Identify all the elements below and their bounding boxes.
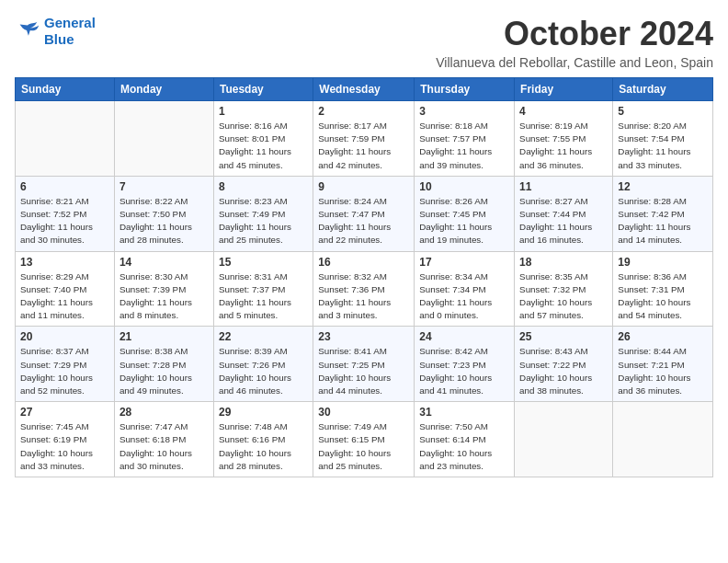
logo: General Blue [15, 15, 96, 48]
calendar-cell: 10Sunrise: 8:26 AM Sunset: 7:45 PM Dayli… [415, 176, 515, 251]
weekday-monday: Monday [114, 78, 213, 101]
calendar-header: SundayMondayTuesdayWednesdayThursdayFrid… [16, 78, 713, 101]
day-number: 12 [618, 180, 708, 193]
day-number: 4 [519, 105, 608, 118]
day-number: 15 [219, 256, 308, 269]
day-number: 28 [119, 406, 209, 419]
calendar-cell: 17Sunrise: 8:34 AM Sunset: 7:34 PM Dayli… [415, 251, 515, 327]
calendar-cell: 23Sunrise: 8:41 AM Sunset: 7:25 PM Dayli… [313, 327, 415, 402]
calendar-week-1: 1Sunrise: 8:16 AM Sunset: 8:01 PM Daylig… [16, 101, 713, 177]
day-info: Sunrise: 7:49 AM Sunset: 6:15 PM Dayligh… [318, 420, 409, 473]
day-info: Sunrise: 7:50 AM Sunset: 6:14 PM Dayligh… [419, 420, 509, 473]
calendar-cell: 5Sunrise: 8:20 AM Sunset: 7:54 PM Daylig… [613, 101, 713, 177]
day-info: Sunrise: 8:29 AM Sunset: 7:40 PM Dayligh… [20, 270, 109, 323]
day-info: Sunrise: 8:41 AM Sunset: 7:25 PM Dayligh… [318, 345, 409, 397]
calendar-cell: 24Sunrise: 8:42 AM Sunset: 7:23 PM Dayli… [415, 327, 515, 402]
calendar-cell: 29Sunrise: 7:48 AM Sunset: 6:16 PM Dayli… [213, 402, 313, 477]
calendar-cell: 25Sunrise: 8:43 AM Sunset: 7:22 PM Dayli… [515, 327, 613, 402]
day-info: Sunrise: 8:21 AM Sunset: 7:52 PM Dayligh… [20, 195, 109, 247]
calendar-week-2: 6Sunrise: 8:21 AM Sunset: 7:52 PM Daylig… [16, 176, 713, 251]
day-number: 11 [519, 180, 608, 193]
logo-text: General Blue [44, 15, 96, 48]
day-number: 19 [618, 256, 708, 269]
day-info: Sunrise: 8:32 AM Sunset: 7:36 PM Dayligh… [318, 270, 409, 323]
day-number: 8 [219, 180, 308, 193]
calendar-cell: 14Sunrise: 8:30 AM Sunset: 7:39 PM Dayli… [114, 251, 213, 327]
day-number: 3 [419, 105, 509, 118]
calendar-cell: 2Sunrise: 8:17 AM Sunset: 7:59 PM Daylig… [313, 101, 415, 177]
calendar-cell: 4Sunrise: 8:19 AM Sunset: 7:55 PM Daylig… [515, 101, 613, 177]
day-number: 9 [318, 180, 409, 193]
day-number: 30 [318, 406, 409, 419]
day-number: 21 [119, 330, 209, 343]
day-number: 20 [20, 330, 109, 343]
calendar-cell: 1Sunrise: 8:16 AM Sunset: 8:01 PM Daylig… [213, 101, 313, 177]
weekday-tuesday: Tuesday [213, 78, 313, 101]
day-info: Sunrise: 8:23 AM Sunset: 7:49 PM Dayligh… [219, 195, 308, 247]
day-number: 1 [219, 105, 308, 118]
logo-line1: General [44, 15, 96, 30]
day-number: 5 [618, 105, 708, 118]
day-info: Sunrise: 8:43 AM Sunset: 7:22 PM Dayligh… [519, 345, 608, 397]
weekday-wednesday: Wednesday [313, 78, 415, 101]
location: Villanueva del Rebollar, Castille and Le… [436, 55, 713, 70]
calendar-week-4: 20Sunrise: 8:37 AM Sunset: 7:29 PM Dayli… [16, 327, 713, 402]
day-info: Sunrise: 8:22 AM Sunset: 7:50 PM Dayligh… [119, 195, 209, 247]
day-info: Sunrise: 8:35 AM Sunset: 7:32 PM Dayligh… [519, 270, 608, 323]
day-number: 18 [519, 256, 608, 269]
day-number: 14 [119, 256, 209, 269]
day-info: Sunrise: 7:48 AM Sunset: 6:16 PM Dayligh… [219, 420, 308, 473]
calendar-cell: 30Sunrise: 7:49 AM Sunset: 6:15 PM Dayli… [313, 402, 415, 477]
calendar-cell: 21Sunrise: 8:38 AM Sunset: 7:28 PM Dayli… [114, 327, 213, 402]
day-info: Sunrise: 8:16 AM Sunset: 8:01 PM Dayligh… [219, 120, 308, 172]
day-number: 7 [119, 180, 209, 193]
calendar-body: 1Sunrise: 8:16 AM Sunset: 8:01 PM Daylig… [16, 101, 713, 477]
day-info: Sunrise: 8:17 AM Sunset: 7:59 PM Dayligh… [318, 120, 409, 172]
day-number: 17 [419, 256, 509, 269]
calendar-cell: 3Sunrise: 8:18 AM Sunset: 7:57 PM Daylig… [415, 101, 515, 177]
logo-line2: Blue [44, 31, 74, 47]
day-info: Sunrise: 8:42 AM Sunset: 7:23 PM Dayligh… [419, 345, 509, 397]
day-info: Sunrise: 8:18 AM Sunset: 7:57 PM Dayligh… [419, 120, 509, 172]
month-title: October 2024 [436, 15, 713, 53]
calendar-cell: 31Sunrise: 7:50 AM Sunset: 6:14 PM Dayli… [415, 402, 515, 477]
day-info: Sunrise: 8:30 AM Sunset: 7:39 PM Dayligh… [119, 270, 209, 323]
day-info: Sunrise: 8:20 AM Sunset: 7:54 PM Dayligh… [618, 120, 708, 172]
day-info: Sunrise: 8:24 AM Sunset: 7:47 PM Dayligh… [318, 195, 409, 247]
day-info: Sunrise: 8:27 AM Sunset: 7:44 PM Dayligh… [519, 195, 608, 247]
calendar-cell: 6Sunrise: 8:21 AM Sunset: 7:52 PM Daylig… [16, 176, 115, 251]
day-number: 24 [419, 330, 509, 343]
day-info: Sunrise: 8:36 AM Sunset: 7:31 PM Dayligh… [618, 270, 708, 323]
calendar-week-5: 27Sunrise: 7:45 AM Sunset: 6:19 PM Dayli… [16, 402, 713, 477]
calendar-cell: 11Sunrise: 8:27 AM Sunset: 7:44 PM Dayli… [515, 176, 613, 251]
weekday-header-row: SundayMondayTuesdayWednesdayThursdayFrid… [16, 78, 713, 101]
day-info: Sunrise: 8:28 AM Sunset: 7:42 PM Dayligh… [618, 195, 708, 247]
day-number: 25 [519, 330, 608, 343]
day-info: Sunrise: 8:38 AM Sunset: 7:28 PM Dayligh… [119, 345, 209, 397]
day-info: Sunrise: 8:34 AM Sunset: 7:34 PM Dayligh… [419, 270, 509, 323]
day-info: Sunrise: 8:37 AM Sunset: 7:29 PM Dayligh… [20, 345, 109, 397]
calendar-cell [613, 402, 713, 477]
day-info: Sunrise: 8:44 AM Sunset: 7:21 PM Dayligh… [618, 345, 708, 397]
calendar-cell: 22Sunrise: 8:39 AM Sunset: 7:26 PM Dayli… [213, 327, 313, 402]
calendar-cell: 28Sunrise: 7:47 AM Sunset: 6:18 PM Dayli… [114, 402, 213, 477]
calendar-cell [114, 101, 213, 177]
day-info: Sunrise: 8:26 AM Sunset: 7:45 PM Dayligh… [419, 195, 509, 247]
weekday-friday: Friday [515, 78, 613, 101]
day-number: 31 [419, 406, 509, 419]
calendar-cell: 15Sunrise: 8:31 AM Sunset: 7:37 PM Dayli… [213, 251, 313, 327]
day-number: 10 [419, 180, 509, 193]
day-info: Sunrise: 7:45 AM Sunset: 6:19 PM Dayligh… [20, 420, 109, 473]
weekday-saturday: Saturday [613, 78, 713, 101]
calendar-cell: 9Sunrise: 8:24 AM Sunset: 7:47 PM Daylig… [313, 176, 415, 251]
title-block: October 2024 Villanueva del Rebollar, Ca… [436, 15, 713, 70]
day-info: Sunrise: 7:47 AM Sunset: 6:18 PM Dayligh… [119, 420, 209, 473]
logo-icon [15, 18, 40, 44]
calendar-cell: 8Sunrise: 8:23 AM Sunset: 7:49 PM Daylig… [213, 176, 313, 251]
day-number: 2 [318, 105, 409, 118]
weekday-thursday: Thursday [415, 78, 515, 101]
day-number: 13 [20, 256, 109, 269]
day-number: 6 [20, 180, 109, 193]
calendar-week-3: 13Sunrise: 8:29 AM Sunset: 7:40 PM Dayli… [16, 251, 713, 327]
calendar-cell: 7Sunrise: 8:22 AM Sunset: 7:50 PM Daylig… [114, 176, 213, 251]
